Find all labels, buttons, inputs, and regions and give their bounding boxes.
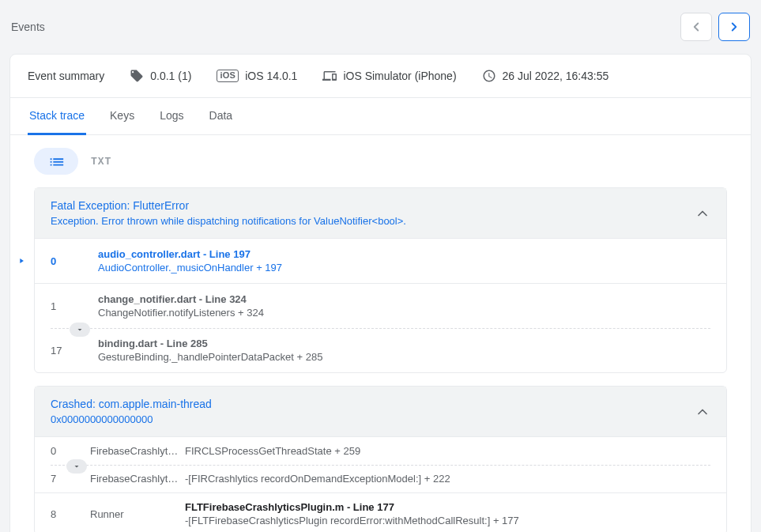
frame-file: binding.dart - Line 285 xyxy=(98,338,710,349)
list-view-button[interactable] xyxy=(34,148,78,175)
txt-view-button[interactable]: TXT xyxy=(91,156,111,168)
version-value: 0.0.1 (1) xyxy=(150,70,191,82)
chevron-up-icon xyxy=(695,206,710,221)
stack-frame-row[interactable]: 0 FirebaseCrashlyt… FIRCLSProcessGetThre… xyxy=(35,436,726,465)
chevron-up-icon xyxy=(695,404,710,420)
thread-panel: Crashed: com.apple.main-thread 0x0000000… xyxy=(34,386,727,532)
frame-number: 8 xyxy=(51,508,90,520)
event-summary-label: Event summary xyxy=(28,70,104,82)
datetime-item: 26 Jul 2022, 16:43:55 xyxy=(482,69,609,83)
frame-number: 0 xyxy=(51,255,98,267)
tag-icon xyxy=(130,69,144,83)
tab-data[interactable]: Data xyxy=(208,98,235,135)
device-icon xyxy=(322,69,337,83)
active-frame-indicator xyxy=(17,255,25,267)
frame-file: FLTFirebaseCrashlyticsPlugin.m - Line 17… xyxy=(185,501,710,513)
frame-module: Runner xyxy=(90,508,185,520)
exception-title: Fatal Exception: FlutterError xyxy=(51,199,695,212)
event-summary-row: Event summary 0.0.1 (1) iOS iOS 14.0.1 i… xyxy=(10,55,751,98)
tab-logs[interactable]: Logs xyxy=(158,98,185,135)
view-toggle: TXT xyxy=(10,135,751,187)
stack-frame-row[interactable]: 17 binding.dart - Line 285 GestureBindin… xyxy=(35,328,726,372)
stack-frame-row[interactable]: 8 Runner FLTFirebaseCrashlyticsPlugin.m … xyxy=(35,492,726,532)
stack-frame-row[interactable]: 1 change_notifier.dart - Line 324 Change… xyxy=(35,283,726,328)
next-event-button[interactable] xyxy=(718,13,750,41)
frame-method: -[FIRCrashlytics recordOnDemandException… xyxy=(185,473,710,485)
expand-frames-button[interactable] xyxy=(70,323,90,337)
stack-frame-row[interactable]: 0 audio_controller.dart - Line 197 Audio… xyxy=(35,238,726,283)
exception-subtitle: Exception. Error thrown while dispatchin… xyxy=(51,215,695,227)
chevron-down-icon xyxy=(75,325,85,334)
page-title: Events xyxy=(11,21,45,33)
frame-method: -[FLTFirebaseCrashlyticsPlugin recordErr… xyxy=(185,515,710,526)
stack-frame-row[interactable]: 7 FirebaseCrashlyt… -[FIRCrashlytics rec… xyxy=(35,465,726,492)
frame-method: ChangeNotifier.notifyListeners + 324 xyxy=(98,307,710,319)
thread-address: 0x0000000000000000 xyxy=(51,413,695,425)
frame-module: FirebaseCrashlyt… xyxy=(90,473,185,485)
datetime-value: 26 Jul 2022, 16:43:55 xyxy=(503,70,609,82)
device-item: iOS Simulator (iPhone) xyxy=(322,69,456,83)
frame-module: FirebaseCrashlyt… xyxy=(90,445,185,457)
event-card: Event summary 0.0.1 (1) iOS iOS 14.0.1 i… xyxy=(9,54,752,532)
device-value: iOS Simulator (iPhone) xyxy=(343,70,456,82)
tab-keys[interactable]: Keys xyxy=(108,98,136,135)
frame-number: 7 xyxy=(51,473,90,485)
os-value: iOS 14.0.1 xyxy=(245,70,297,82)
prev-event-button[interactable] xyxy=(680,13,712,41)
chevron-right-icon xyxy=(727,20,741,34)
thread-title: Crashed: com.apple.main-thread xyxy=(51,398,695,410)
exception-panel-header[interactable]: Fatal Exception: FlutterError Exception.… xyxy=(35,188,726,238)
exception-panel: Fatal Exception: FlutterError Exception.… xyxy=(34,187,727,373)
clock-icon xyxy=(482,69,496,83)
frame-method: AudioController._musicOnHandler + 197 xyxy=(98,262,710,274)
list-icon xyxy=(47,153,65,170)
os-item: iOS iOS 14.0.1 xyxy=(217,70,297,82)
frame-file: audio_controller.dart - Line 197 xyxy=(98,248,710,260)
version-item: 0.0.1 (1) xyxy=(130,69,191,83)
expand-frames-button[interactable] xyxy=(66,459,87,474)
chevron-left-icon xyxy=(689,20,703,34)
frame-method: FIRCLSProcessGetThreadState + 259 xyxy=(185,445,710,457)
tabs: Stack trace Keys Logs Data xyxy=(10,98,751,135)
tab-stack-trace[interactable]: Stack trace xyxy=(28,98,86,135)
frame-method: GestureBinding._handlePointerDataPacket … xyxy=(98,351,710,363)
chevron-down-icon xyxy=(72,462,81,471)
frame-number: 0 xyxy=(51,445,90,457)
frame-number: 17 xyxy=(51,345,98,357)
ios-badge-icon: iOS xyxy=(217,70,239,81)
event-nav xyxy=(680,13,750,41)
thread-panel-header[interactable]: Crashed: com.apple.main-thread 0x0000000… xyxy=(35,387,726,436)
frame-file: change_notifier.dart - Line 324 xyxy=(98,293,710,305)
frame-number: 1 xyxy=(51,300,98,312)
